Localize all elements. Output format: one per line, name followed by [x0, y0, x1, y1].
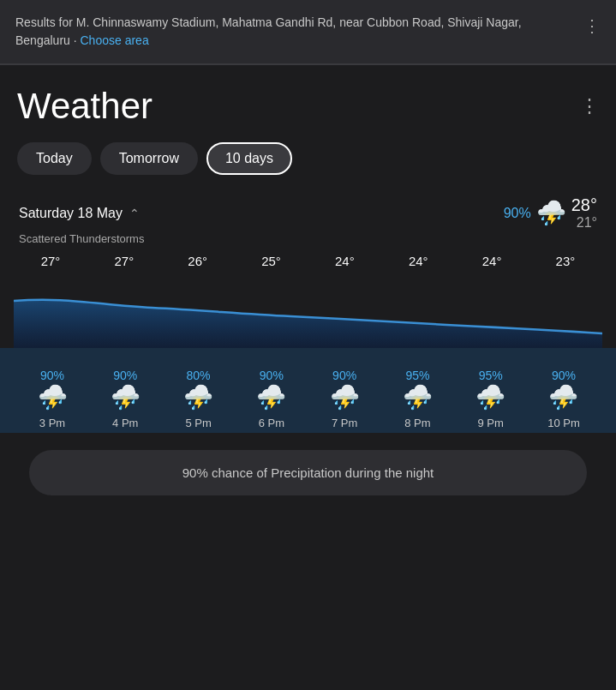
wave-temp-0: 27°: [21, 254, 81, 268]
hour-icon-2: ⛈️: [183, 386, 213, 410]
date-right: 90% ⛈️ 28° 21°: [504, 195, 597, 231]
tab-10days[interactable]: 10 days: [206, 142, 292, 175]
condition-text: Scattered Thunderstorms: [19, 232, 597, 245]
wave-svg: [14, 284, 602, 348]
hour-time-5: 8 Pm: [404, 417, 430, 429]
hour-time-7: 10 Pm: [547, 417, 580, 429]
hour-icon-5: ⛈️: [403, 386, 433, 410]
chevron-up-icon[interactable]: ⌃: [129, 207, 140, 220]
hour-time-1: 4 Pm: [112, 417, 138, 429]
wave-temp-6: 24°: [462, 254, 522, 268]
top-bar: Results for M. Chinnaswamy Stadium, Maha…: [0, 0, 616, 64]
topbar-menu-icon[interactable]: ⋮: [573, 15, 601, 36]
hourly-row: 90% ⛈️ 3 Pm 90% ⛈️ 4 Pm 80% ⛈️ 5 Pm 90% …: [17, 360, 599, 429]
hour-col-3: 90% ⛈️ 6 Pm: [242, 369, 302, 429]
hour-col-6: 95% ⛈️ 9 Pm: [461, 369, 521, 429]
wave-temps-row: 27° 27° 26° 25° 24° 24° 24° 23°: [14, 254, 602, 268]
wave-chart: 27° 27° 26° 25° 24° 24° 24° 23°: [14, 254, 602, 348]
main-weather-icon: ⛈️: [536, 199, 566, 227]
weather-card: Weather ⋮ Today Tomorrow 10 days Saturda…: [0, 65, 616, 516]
choose-area-link[interactable]: Choose area: [81, 33, 149, 47]
wave-temp-2: 26°: [168, 254, 228, 268]
main-precip: 90%: [504, 206, 531, 221]
hour-precip-4: 90%: [332, 369, 356, 382]
hour-icon-0: ⛈️: [38, 386, 68, 410]
wave-temp-5: 24°: [388, 254, 448, 268]
results-text: Results for M. Chinnaswamy Stadium, Maha…: [15, 14, 573, 50]
date-section: Saturday 18 May ⌃ 90% ⛈️ 28° 21° Scatter…: [17, 195, 599, 245]
hour-time-4: 7 Pm: [332, 417, 357, 429]
hour-precip-0: 90%: [40, 369, 64, 382]
hour-icon-3: ⛈️: [256, 386, 286, 410]
date-text: Saturday 18 May: [19, 206, 123, 221]
hour-col-5: 95% ⛈️ 8 Pm: [387, 369, 447, 429]
hour-time-2: 5 Pm: [185, 417, 211, 429]
hour-time-0: 3 Pm: [39, 417, 65, 429]
hour-precip-1: 90%: [113, 369, 137, 382]
date-left: Saturday 18 May ⌃: [19, 206, 140, 221]
hour-precip-6: 95%: [479, 369, 503, 382]
wave-temp-4: 24°: [314, 254, 374, 268]
wave-temp-7: 23°: [535, 254, 595, 268]
hour-precip-3: 90%: [260, 369, 284, 382]
wave-temp-3: 25°: [242, 254, 302, 268]
temp-high: 28°: [571, 195, 597, 215]
hour-col-7: 90% ⛈️ 10 Pm: [534, 369, 594, 429]
hour-icon-6: ⛈️: [475, 386, 505, 410]
hour-icon-1: ⛈️: [111, 386, 141, 410]
weather-title: Weather: [17, 86, 153, 127]
hour-precip-7: 90%: [552, 369, 576, 382]
hour-time-6: 9 Pm: [478, 417, 504, 429]
weather-menu-icon[interactable]: ⋮: [580, 95, 599, 117]
temp-low: 21°: [577, 215, 597, 231]
tab-today[interactable]: Today: [17, 142, 92, 175]
hour-col-4: 90% ⛈️ 7 Pm: [314, 369, 374, 429]
hour-col-0: 90% ⛈️ 3 Pm: [22, 369, 82, 429]
date-row: Saturday 18 May ⌃ 90% ⛈️ 28° 21°: [19, 195, 597, 231]
weather-header: Weather ⋮: [17, 86, 599, 127]
hour-precip-2: 80%: [187, 369, 211, 382]
wave-temp-1: 27°: [94, 254, 154, 268]
hour-icon-4: ⛈️: [330, 386, 360, 410]
tab-tomorrow[interactable]: Tomorrow: [100, 142, 198, 175]
hour-col-1: 90% ⛈️ 4 Pm: [95, 369, 155, 429]
tabs-container: Today Tomorrow 10 days: [17, 142, 599, 175]
hour-time-3: 6 Pm: [259, 417, 284, 429]
hour-precip-5: 95%: [405, 369, 429, 382]
hour-icon-7: ⛈️: [548, 386, 578, 410]
hour-col-2: 80% ⛈️ 5 Pm: [169, 369, 229, 429]
precip-bottom-button[interactable]: 90% chance of Precipitation during the n…: [29, 450, 587, 495]
